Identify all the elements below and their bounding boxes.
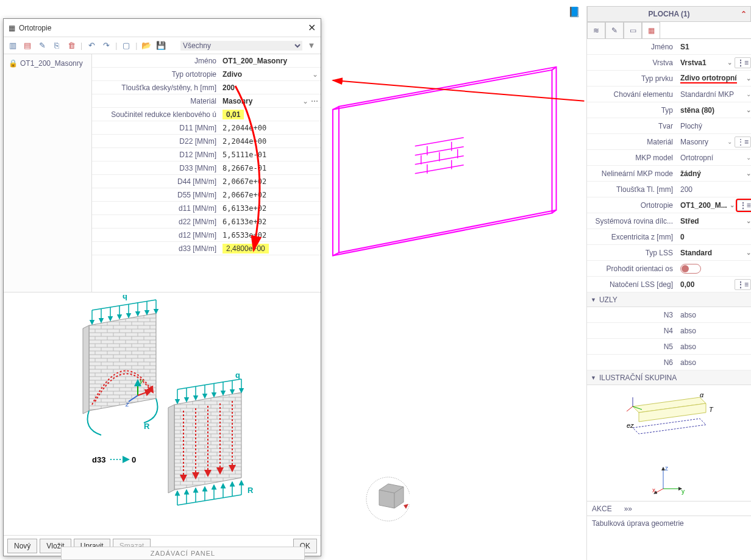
val-rotation[interactable]: 0,00⋮≡ — [678, 279, 751, 290]
dialog-illustration: q R y x z d33 0 — [4, 292, 321, 535]
svg-text:d33: d33 — [92, 455, 105, 464]
svg-text:x: x — [149, 383, 154, 391]
tool-edit-icon[interactable]: ✎ — [37, 40, 48, 51]
section-actions: AKCE »» — [587, 501, 751, 516]
ortho-gear-icon[interactable]: ⋮≡ — [737, 200, 751, 211]
val-swap[interactable] — [678, 264, 751, 274]
svg-text:T: T — [709, 406, 714, 413]
inp-D33[interactable]: 8,2667e-01 — [220, 164, 321, 172]
svg-line-9 — [415, 165, 464, 174]
lock-icon: 🔒 — [9, 59, 18, 68]
svg-text:ez: ez — [627, 422, 634, 429]
tool-win-icon[interactable]: ▢ — [121, 40, 132, 51]
inp-name[interactable]: OT1_200_Masonry — [220, 57, 321, 65]
inp-d33[interactable]: 2,4800e+00 — [220, 244, 321, 253]
val-lss[interactable]: Standard⌄ — [678, 249, 751, 257]
dots-icon[interactable]: ⋯ — [311, 97, 318, 105]
val-material[interactable]: Masonry⌄⋮≡ — [678, 136, 751, 147]
val-name[interactable]: S1 — [678, 43, 751, 51]
svg-marker-1 — [339, 67, 557, 253]
nav-cube[interactable] — [361, 475, 410, 523]
tool-redo-icon[interactable]: ↷ — [101, 40, 112, 51]
svg-line-17 — [333, 80, 585, 101]
tool-save-icon[interactable]: ▤ — [22, 40, 33, 51]
svg-text:0: 0 — [132, 455, 136, 464]
svg-line-33 — [654, 489, 663, 494]
help-book-icon[interactable]: 📘 — [568, 6, 580, 18]
val-mkp[interactable]: Ortotropní⌄ — [678, 154, 751, 162]
input-panel-bar[interactable]: ZADÁVACÍ PANEL — [61, 547, 305, 560]
close-icon[interactable]: ✕ — [308, 22, 316, 34]
val-orthotropy[interactable]: OT1_200_M...⌄⋮≡ — [678, 200, 751, 211]
tab-brick[interactable]: ▦ — [642, 22, 660, 38]
gear-icon[interactable]: ⋮≡ — [735, 136, 751, 147]
svg-text:y: y — [682, 488, 685, 495]
properties-panel: PLOCHA (1) ⌃ ≋ ✎ ▭ ▦ JménoS1 VrstvaVrstv… — [586, 6, 751, 560]
list-item[interactable]: 🔒 OT1_200_Masonry — [6, 57, 89, 70]
section-illustration[interactable]: ILUSTRAČNÍ SKUPINA — [587, 370, 751, 385]
val-n5: abso — [678, 342, 751, 351]
inp-D55[interactable]: 2,0667e+02 — [220, 191, 321, 199]
val-eccentricity[interactable]: 0 — [678, 233, 751, 241]
val-n3: abso — [678, 311, 751, 319]
inp-type[interactable]: Zdivo⌄ — [220, 70, 321, 79]
section-nodes[interactable]: UZLY — [587, 292, 751, 307]
tab-box[interactable]: ▭ — [624, 22, 642, 38]
inp-d11[interactable]: 6,6133e+02 — [220, 204, 321, 213]
inp-d22[interactable]: 6,6133e+02 — [220, 218, 321, 226]
tool-disk-icon[interactable]: 💾 — [155, 40, 166, 51]
action-table-edit[interactable]: Tabulková úprava geometrie — [587, 516, 751, 530]
val-nonlin[interactable]: žádný⌄ — [678, 169, 751, 178]
svg-text:R: R — [247, 486, 254, 495]
svg-text:q: q — [123, 295, 127, 300]
panel-tabs: ≋ ✎ ▭ ▦ — [587, 22, 751, 39]
tool-delete-icon[interactable]: 🗑 — [66, 40, 77, 51]
svg-text:x: x — [652, 487, 655, 494]
tab-brush[interactable]: ✎ — [605, 22, 624, 38]
gear-icon[interactable]: ⋮≡ — [735, 57, 751, 68]
val-n4: abso — [678, 327, 751, 335]
svg-marker-61 — [168, 405, 174, 493]
ortotropie-dialog: ▦ Ortotropie ✕ ▥ ▤ ✎ ⎘ 🗑 | ↶ ↷ | ▢ | 📂 💾… — [3, 18, 321, 556]
tab-layers[interactable]: ≋ — [587, 22, 605, 38]
svg-text:α: α — [700, 391, 704, 399]
val-type[interactable]: stěna (80)⌄ — [678, 106, 751, 115]
svg-marker-38 — [89, 313, 156, 411]
val-eltype[interactable]: Zdivo ortotropní⌄ — [678, 74, 751, 83]
dialog-properties: JménoOT1_200_Masonry Typ ortotropieZdivo… — [92, 54, 321, 292]
svg-text:R: R — [144, 422, 150, 431]
dialog-title-bar[interactable]: ▦ Ortotropie ✕ — [4, 19, 321, 37]
tool-copy-icon[interactable]: ⎘ — [51, 40, 62, 51]
filter-icon[interactable]: ▼ — [306, 40, 317, 51]
inp-D11[interactable]: 2,2044e+00 — [220, 124, 321, 132]
inp-d12[interactable]: 1,6533e+02 — [220, 231, 321, 239]
svg-marker-39 — [83, 325, 89, 414]
tool-undo-icon[interactable]: ↶ — [86, 40, 97, 51]
tool-new-icon[interactable]: ▥ — [7, 40, 18, 51]
inp-D12[interactable]: 5,5111e-01 — [220, 151, 321, 159]
val-behavior[interactable]: Standardní MKP⌄ — [678, 90, 751, 99]
inp-D22[interactable]: 2,2044e+00 — [220, 137, 321, 146]
svg-line-6 — [415, 138, 464, 146]
svg-text:z: z — [665, 465, 668, 472]
panel-title: PLOCHA (1) ⌃ — [587, 6, 751, 22]
new-button[interactable]: Nový — [7, 539, 37, 553]
collapse-icon[interactable]: ⌃ — [741, 10, 747, 18]
svg-marker-0 — [333, 70, 552, 256]
tool-open-icon[interactable]: 📂 — [141, 40, 152, 51]
val-sysplane[interactable]: Střed⌄ — [678, 217, 751, 225]
val-layer[interactable]: Vrstva1⌄⋮≡ — [678, 57, 751, 68]
filter-select[interactable]: Všechny — [180, 41, 302, 51]
gear-icon[interactable]: ⋮≡ — [735, 279, 751, 290]
dialog-list[interactable]: 🔒 OT1_200_Masonry — [4, 54, 92, 292]
svg-text:z: z — [125, 400, 129, 408]
illustration: α T ez z y x — [587, 385, 751, 501]
val-n6: abso — [678, 358, 751, 367]
inp-mat[interactable]: Masonry⌄⋯ — [220, 97, 321, 105]
inp-D44[interactable]: 2,0667e+02 — [220, 177, 321, 186]
val-thickness[interactable]: 200 — [678, 185, 751, 194]
toggle-switch[interactable] — [680, 264, 701, 274]
svg-line-30 — [627, 406, 633, 411]
inp-coeff[interactable]: 0,01 — [220, 110, 321, 119]
inp-thick[interactable]: 200 — [220, 83, 321, 92]
